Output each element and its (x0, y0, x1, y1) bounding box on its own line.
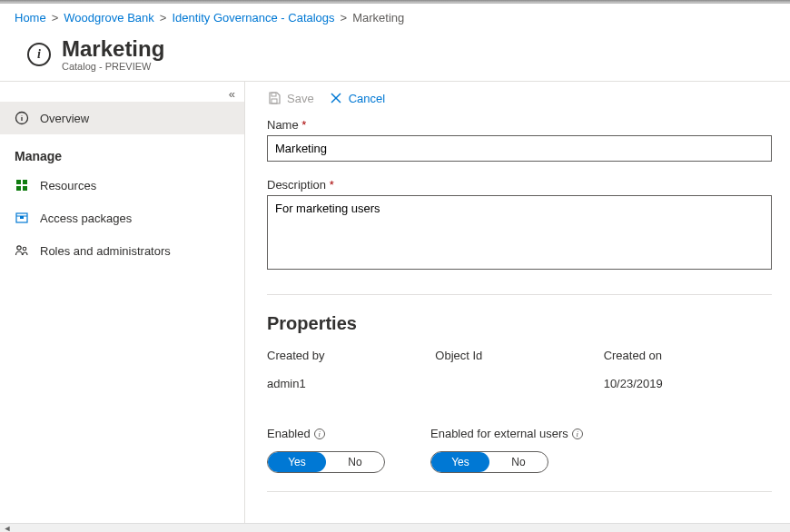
sidebar-item-resources[interactable]: Resources (0, 169, 244, 202)
breadcrumb-sep: > (52, 11, 59, 25)
scroll-left-arrow[interactable]: ◄ (0, 524, 15, 533)
cancel-button[interactable]: Cancel (329, 91, 385, 105)
svg-rect-13 (272, 99, 277, 103)
created-by-value: admin1 (267, 377, 435, 390)
page-subtitle: Catalog - PREVIEW (62, 61, 164, 72)
toggles-row: Enabled i Yes No Enabled for external us… (267, 427, 772, 473)
enabled-external-toggle[interactable]: Yes No (430, 451, 548, 473)
enabled-external-yes[interactable]: Yes (431, 452, 489, 472)
page-title: Marketing (62, 37, 164, 61)
svg-rect-4 (23, 180, 27, 184)
svg-rect-9 (20, 216, 24, 219)
collapse-sidebar-icon[interactable]: « (229, 87, 235, 101)
breadcrumb-tenant[interactable]: Woodgrove Bank (64, 11, 154, 25)
enabled-external-group: Enabled for external users i Yes No (430, 427, 648, 473)
divider (267, 491, 772, 492)
overview-icon (15, 111, 29, 125)
properties-heading: Properties (267, 313, 768, 334)
sidebar-item-overview[interactable]: Overview (0, 102, 244, 134)
grid-icon (15, 178, 29, 192)
svg-point-11 (23, 248, 26, 251)
toolbar: Save Cancel (245, 82, 790, 114)
svg-rect-3 (16, 180, 21, 184)
description-input[interactable]: For marketing users (267, 195, 772, 270)
enabled-toggle[interactable]: Yes No (267, 451, 385, 473)
info-icon: i (27, 43, 51, 66)
sidebar-item-label: Overview (40, 112, 89, 125)
cancel-icon (329, 91, 343, 105)
name-label: Name * (267, 118, 768, 132)
svg-rect-6 (23, 186, 27, 191)
divider (267, 294, 772, 295)
sidebar-item-label: Resources (40, 179, 96, 192)
page-header: i Marketing Catalog - PREVIEW (0, 32, 790, 82)
enabled-label: Enabled i (267, 427, 430, 440)
info-icon[interactable]: i (314, 429, 325, 439)
sidebar: « Overview Manage Resources Access packa… (0, 82, 245, 523)
description-label: Description * (267, 178, 768, 192)
save-label: Save (287, 92, 314, 105)
save-icon (267, 91, 281, 105)
enabled-no[interactable]: No (326, 452, 384, 472)
breadcrumb-sep: > (160, 11, 167, 25)
package-icon (15, 211, 29, 225)
enabled-external-label: Enabled for external users i (430, 427, 648, 440)
created-on-label: Created on (604, 349, 772, 362)
enabled-yes[interactable]: Yes (268, 452, 326, 472)
sidebar-item-label: Access packages (40, 212, 132, 225)
main-panel: Save Cancel Name * Description * For mar… (245, 82, 790, 523)
breadcrumb-current: Marketing (352, 11, 404, 25)
sidebar-item-label: Roles and administrators (40, 244, 171, 258)
required-indicator: * (330, 178, 334, 192)
svg-point-10 (17, 246, 21, 250)
required-indicator: * (301, 118, 306, 132)
enabled-external-no[interactable]: No (489, 452, 548, 472)
info-icon[interactable]: i (572, 429, 583, 439)
breadcrumb: Home > Woodgrove Bank > Identity Governa… (0, 4, 790, 32)
people-icon (15, 243, 29, 258)
created-on-value: 10/23/2019 (604, 377, 772, 390)
sidebar-item-roles[interactable]: Roles and administrators (0, 234, 244, 267)
breadcrumb-home[interactable]: Home (15, 11, 46, 25)
created-by-label: Created by (267, 349, 435, 362)
name-input[interactable] (267, 135, 772, 162)
enabled-group: Enabled i Yes No (267, 427, 430, 473)
object-id-label: Object Id (435, 349, 603, 362)
form: Name * Description * For marketing users… (245, 114, 790, 523)
sidebar-section-manage: Manage (0, 134, 244, 169)
horizontal-scrollbar[interactable]: ◄ (0, 523, 790, 532)
sidebar-item-access-packages[interactable]: Access packages (0, 202, 244, 234)
save-button[interactable]: Save (267, 91, 314, 105)
cancel-label: Cancel (349, 92, 385, 105)
breadcrumb-area[interactable]: Identity Governance - Catalogs (172, 11, 334, 25)
breadcrumb-sep: > (341, 11, 348, 25)
svg-rect-5 (16, 186, 21, 191)
